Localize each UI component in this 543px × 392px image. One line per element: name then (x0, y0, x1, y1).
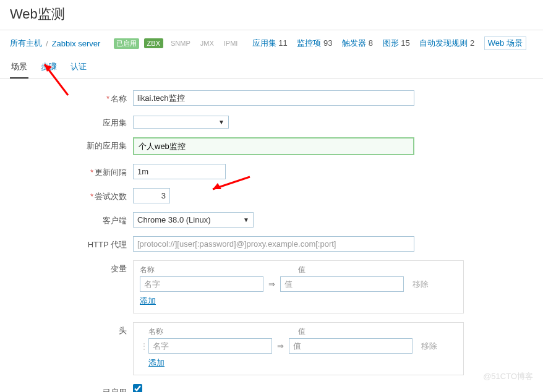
name-input[interactable] (133, 90, 414, 106)
tabs: 场景 步骤 认证 (0, 56, 543, 79)
apps-link[interactable]: 应用集 (252, 38, 276, 48)
hdr-add-link[interactable]: 添加 (148, 358, 165, 367)
triggers-link[interactable]: 触发器 (342, 38, 366, 48)
enabled-label: 已启用 (0, 384, 133, 392)
var-col-name: 名称 (140, 265, 281, 275)
snmp-badge: SNMP (168, 39, 193, 48)
discovery-count: 2 (470, 38, 474, 48)
hdr-col-name: 名称 (148, 326, 281, 337)
items-link[interactable]: 监控项 (297, 38, 321, 48)
tab-steps[interactable]: 步骤 (40, 56, 58, 79)
interval-label: *更新间隔 (0, 164, 133, 178)
new-app-label: 新的应用集 (0, 137, 133, 151)
web-scenario-badge[interactable]: Web 场景 (484, 36, 526, 50)
discovery-link[interactable]: 自动发现规则 (419, 38, 468, 48)
chevron-down-icon: ▼ (218, 119, 224, 126)
variables-table: 名称 值 ⇒ 移除 添加 (133, 260, 464, 313)
headers-table: 名称 值 ⋮⋮ ⇒ 移除 添加 (133, 322, 464, 375)
var-value-input[interactable] (280, 276, 404, 292)
graphs-link[interactable]: 图形 (383, 38, 399, 48)
chevron-down-icon: ▼ (243, 216, 249, 223)
apps-count: 11 (278, 38, 287, 48)
form: *名称 应用集 ▼ 新的应用集 *更新间隔 *尝试次数 客户端 Chrome 3… (0, 79, 543, 392)
tab-scenario[interactable]: 场景 (10, 56, 28, 79)
header-row: ⋮⋮ ⇒ 移除 (140, 338, 457, 354)
tab-auth[interactable]: 认证 (69, 56, 88, 79)
agent-label: 客户端 (0, 212, 133, 226)
app-label: 应用集 (0, 114, 133, 129)
breadcrumb-sep: / (46, 39, 48, 48)
variables-label: 变量 (0, 260, 133, 275)
var-name-input[interactable] (140, 276, 263, 292)
agent-select[interactable]: Chrome 38.0 (Linux)▼ (133, 212, 254, 228)
header-bar: 所有主机 / Zabbix server 已启用 ZBX SNMP JMX IP… (0, 30, 543, 56)
enabled-checkbox[interactable] (133, 384, 142, 392)
name-label: *名称 (0, 90, 133, 104)
page-title: Web监测 (0, 0, 543, 30)
proxy-input[interactable] (133, 236, 414, 252)
graphs-count: 15 (401, 38, 409, 48)
arrow-icon: ⇒ (263, 279, 280, 289)
items-count: 93 (323, 38, 332, 48)
attempts-input[interactable] (133, 188, 170, 203)
var-col-value: 值 (298, 265, 306, 275)
attempts-label: *尝试次数 (0, 188, 133, 202)
variable-row: ⇒ 移除 (140, 276, 457, 292)
hdr-remove-link[interactable]: 移除 (421, 341, 437, 352)
var-add-link[interactable]: 添加 (140, 296, 156, 305)
interval-input[interactable] (133, 164, 226, 179)
var-remove-link[interactable]: 移除 (413, 279, 429, 290)
headers-label: 头 (0, 322, 133, 336)
hdr-name-input[interactable] (148, 338, 272, 354)
zbx-badge: ZBX (144, 38, 163, 48)
hdr-col-value: 值 (298, 326, 306, 337)
all-hosts-link[interactable]: 所有主机 (10, 38, 42, 49)
app-select[interactable]: ▼ (133, 116, 229, 129)
arrow-icon: ⇒ (272, 341, 289, 351)
proxy-label: HTTP 代理 (0, 236, 133, 250)
hdr-value-input[interactable] (289, 338, 413, 354)
enabled-badge: 已启用 (114, 38, 139, 49)
ipmi-badge: IPMI (221, 39, 241, 48)
jmx-badge: JMX (198, 39, 216, 48)
watermark: @51CTO博客 (483, 371, 533, 382)
new-app-input[interactable] (133, 137, 414, 155)
triggers-count: 8 (369, 38, 373, 48)
server-link[interactable]: Zabbix server (52, 39, 101, 48)
drag-icon[interactable]: ⋮⋮ (140, 341, 148, 351)
